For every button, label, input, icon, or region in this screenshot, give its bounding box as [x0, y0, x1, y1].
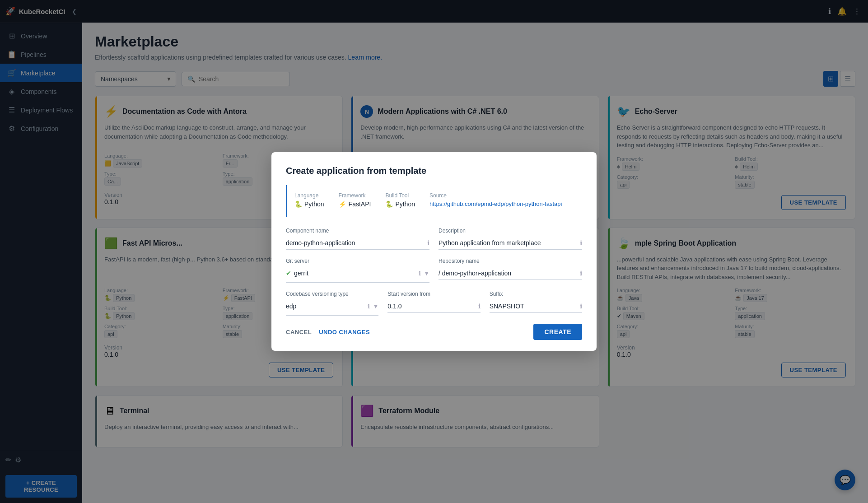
repository-name-group: Repository name ℹ	[439, 258, 582, 283]
repository-name-label: Repository name	[439, 258, 582, 264]
python-icon: 🐍	[385, 200, 393, 208]
description-field-wrapper: ℹ	[439, 237, 582, 250]
suffix-info-icon[interactable]: ℹ	[580, 303, 582, 310]
component-name-info-icon[interactable]: ℹ	[427, 239, 429, 247]
description-input[interactable]	[439, 237, 582, 250]
suffix-wrapper: ℹ	[490, 300, 582, 313]
template-build-tool: Build Tool 🐍 Python	[385, 192, 415, 208]
suffix-group: Suffix ℹ	[490, 291, 582, 316]
repository-name-info-icon[interactable]: ℹ	[580, 270, 582, 277]
cancel-button[interactable]: CANCEL	[286, 325, 312, 339]
repository-name-field-wrapper: ℹ	[439, 267, 582, 280]
create-from-template-modal: Create application from template Languag…	[271, 152, 597, 351]
modal-form-row-3: Codebase versioning type edp ℹ ▼ Start v…	[286, 291, 582, 316]
git-server-field-wrapper: ✔ gerrit ℹ ▼	[286, 267, 429, 283]
component-name-group: Component name ℹ	[286, 228, 429, 250]
start-version-group: Start version from ℹ	[387, 291, 480, 316]
modal-overlay[interactable]: Create application from template Languag…	[0, 0, 868, 503]
template-source: Source https://github.com/epmd-edp/pytho…	[429, 192, 562, 208]
codebase-info-icon[interactable]: ℹ	[368, 303, 370, 310]
modal-title: Create application from template	[286, 166, 582, 176]
modal-form-row-1: Component name ℹ Description ℹ	[286, 228, 582, 250]
start-version-label: Start version from	[387, 291, 480, 297]
component-name-field-wrapper: ℹ	[286, 237, 429, 250]
git-server-label: Git server	[286, 258, 429, 264]
fastapi-icon: ⚡	[339, 200, 346, 208]
git-server-check-icon: ✔	[286, 270, 291, 277]
suffix-input[interactable]	[490, 300, 582, 313]
description-info-icon[interactable]: ℹ	[580, 239, 582, 247]
git-server-group: Git server ✔ gerrit ℹ ▼	[286, 258, 429, 283]
python-icon: 🐍	[294, 200, 302, 208]
create-button[interactable]: CREATE	[533, 324, 582, 340]
modal-template-info: Language 🐍 Python Framework ⚡ FastAPI Bu…	[286, 185, 582, 217]
modal-actions: CANCEL UNDO CHANGES CREATE	[286, 324, 582, 340]
component-name-input[interactable]	[286, 237, 429, 250]
git-server-info-icon[interactable]: ℹ	[419, 270, 421, 277]
modal-form-row-2: Git server ✔ gerrit ℹ ▼ Repository name …	[286, 258, 582, 283]
codebase-versioning-label: Codebase versioning type	[286, 291, 378, 297]
git-server-dropdown-icon[interactable]: ▼	[424, 270, 429, 277]
component-name-label: Component name	[286, 228, 429, 234]
template-language: Language 🐍 Python	[294, 192, 324, 208]
codebase-versioning-wrapper: edp ℹ ▼	[286, 300, 378, 316]
git-server-select[interactable]: gerrit	[294, 267, 416, 279]
start-version-wrapper: ℹ	[387, 300, 480, 313]
undo-changes-button[interactable]: UNDO CHANGES	[319, 325, 370, 339]
start-version-info-icon[interactable]: ℹ	[478, 303, 481, 310]
description-group: Description ℹ	[439, 228, 582, 250]
repository-name-input[interactable]	[439, 267, 582, 280]
description-label: Description	[439, 228, 582, 234]
start-version-input[interactable]	[387, 300, 480, 313]
codebase-versioning-select[interactable]: edp	[286, 300, 365, 312]
codebase-versioning-group: Codebase versioning type edp ℹ ▼	[286, 291, 378, 316]
suffix-label: Suffix	[490, 291, 582, 297]
template-framework: Framework ⚡ FastAPI	[339, 192, 371, 208]
codebase-dropdown-icon[interactable]: ▼	[373, 303, 378, 310]
